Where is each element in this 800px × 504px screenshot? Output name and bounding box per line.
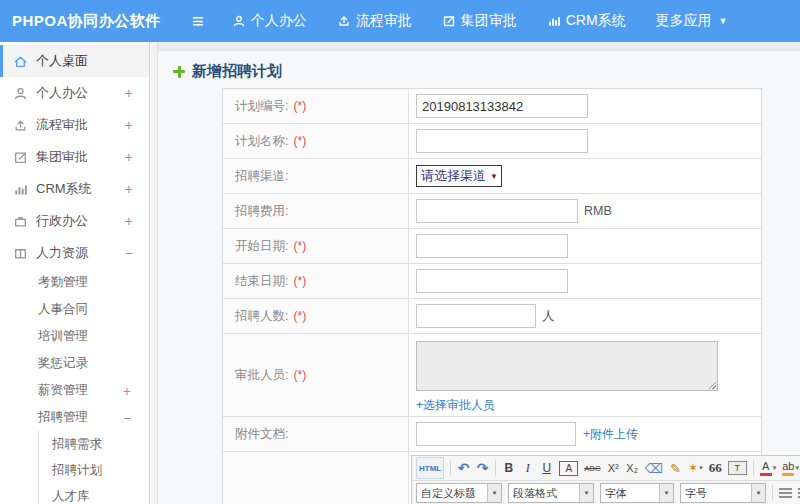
form-row-end-date: 结束日期: (*) xyxy=(223,264,761,299)
highlight-color-button[interactable]: ab ▾ xyxy=(782,459,799,477)
sidebar-item-recruit-mgmt[interactable]: 招聘管理 − xyxy=(0,404,149,431)
font-color-swatch xyxy=(760,473,772,476)
user-icon xyxy=(232,14,246,28)
bold-button[interactable]: B xyxy=(502,459,515,477)
top-menu-more-apps[interactable]: 更多应用 ▼ xyxy=(656,12,728,30)
plan-no-input[interactable] xyxy=(416,94,588,118)
sidebar-item-recruit-plan[interactable]: 招聘计划 xyxy=(39,457,149,483)
chevron-down-icon: ▾ xyxy=(487,484,501,502)
start-date-input[interactable] xyxy=(416,234,568,258)
top-menu-workflow-approval[interactable]: 流程审批 xyxy=(337,12,412,30)
subscript-button[interactable]: X₂ xyxy=(626,459,639,477)
expand-icon[interactable]: + xyxy=(125,181,133,197)
hamburger-menu-icon[interactable]: ≡ xyxy=(192,11,204,31)
superscript-button[interactable]: X² xyxy=(607,459,620,477)
sidebar: 个人桌面 个人办公 + 流程审批 + 集团审批 + CRM系统 + 行政办公 + xyxy=(0,42,150,504)
top-menu-group-approval[interactable]: 集团审批 xyxy=(442,12,517,30)
attachment-input[interactable] xyxy=(416,422,576,446)
sidebar-item-crm[interactable]: CRM系统 + xyxy=(0,173,149,205)
expand-icon[interactable]: + xyxy=(125,117,133,133)
sidebar-item-admin-office[interactable]: 行政办公 + xyxy=(0,205,149,237)
form-row-fee: 招聘费用: RMB xyxy=(223,194,761,229)
bar-chart-icon xyxy=(547,14,561,28)
sidebar-item-workflow-approval[interactable]: 流程审批 + xyxy=(0,109,149,141)
magic-wand-icon: ✶ xyxy=(688,461,698,475)
select-arrow-icon: ▼ xyxy=(490,172,498,181)
plan-no-label: 计划编号: xyxy=(235,98,288,115)
headcount-label: 招聘人数: xyxy=(235,308,288,325)
page-top-strip xyxy=(158,42,800,51)
book-icon xyxy=(13,246,28,261)
fee-input[interactable] xyxy=(416,199,578,223)
form-row-headcount: 招聘人数: (*) 人 xyxy=(223,299,761,334)
underline-button[interactable]: U xyxy=(540,459,553,477)
chevron-down-icon: ▼ xyxy=(719,16,728,26)
approvers-textarea[interactable] xyxy=(416,341,718,391)
paste-as-text-button[interactable]: T xyxy=(728,461,747,475)
custom-title-select[interactable]: 自定义标题 ▾ xyxy=(416,483,502,503)
expand-icon[interactable]: + xyxy=(125,149,133,165)
plan-name-label: 计划名称: xyxy=(235,133,288,150)
html-source-button[interactable]: HTML xyxy=(416,457,444,479)
required-mark: (*) xyxy=(293,309,306,323)
sidebar-item-rewards[interactable]: 奖惩记录 xyxy=(0,350,149,377)
font-border-button[interactable]: A xyxy=(559,461,578,476)
bar-chart-icon xyxy=(13,182,28,197)
expand-icon[interactable]: + xyxy=(125,85,133,101)
format-brush-icon[interactable]: ✎ xyxy=(669,459,682,477)
required-mark: (*) xyxy=(293,274,306,288)
required-mark: (*) xyxy=(293,134,306,148)
redo-icon[interactable]: ↷ xyxy=(476,459,489,477)
expand-icon[interactable]: + xyxy=(125,213,133,229)
chevron-down-icon: ▾ xyxy=(795,464,799,472)
attachment-upload-link[interactable]: +附件上传 xyxy=(583,426,638,443)
sidebar-item-salary[interactable]: 薪资管理 + xyxy=(0,377,149,404)
top-menu-crm[interactable]: CRM系统 xyxy=(547,12,626,30)
edit-icon xyxy=(442,14,456,28)
font-color-button[interactable]: A ▾ xyxy=(760,459,777,477)
recruit-plan-form: 计划编号: (*) 计划名称: (*) 招聘渠道: xyxy=(222,88,762,504)
sidebar-item-training[interactable]: 培训管理 xyxy=(0,323,149,350)
sidebar-item-hr[interactable]: 人力资源 − xyxy=(0,237,149,269)
editor-toolbar-row1: HTML ↶ ↷ B I U A ABC X² X₂ ⌫ xyxy=(412,456,800,481)
add-icon xyxy=(173,66,185,78)
align-left-icon[interactable] xyxy=(779,488,792,499)
blockquote-button[interactable]: 66 xyxy=(709,459,722,477)
submit-icon xyxy=(337,14,351,28)
page-title: 新增招聘计划 xyxy=(192,62,282,81)
sidebar-item-group-approval[interactable]: 集团审批 + xyxy=(0,141,149,173)
sidebar-item-talent-pool[interactable]: 人才库 xyxy=(39,483,149,504)
eraser-icon[interactable]: ⌫ xyxy=(645,459,663,477)
chevron-down-icon: ▾ xyxy=(751,484,765,502)
auto-typeset-button[interactable]: ✶ ▾ xyxy=(688,459,703,477)
fee-label: 招聘费用: xyxy=(235,203,288,220)
headcount-input[interactable] xyxy=(416,304,536,328)
sidebar-item-personal-office[interactable]: 个人办公 + xyxy=(0,77,149,109)
sidebar-item-hr-contract[interactable]: 人事合同 xyxy=(0,296,149,323)
paragraph-format-select[interactable]: 段落格式 ▾ xyxy=(508,483,594,503)
sidebar-item-recruit-demand[interactable]: 招聘需求 xyxy=(39,431,149,457)
italic-button[interactable]: I xyxy=(521,459,534,477)
sidebar-item-attendance[interactable]: 考勤管理 xyxy=(0,269,149,296)
top-menu-personal-office[interactable]: 个人办公 xyxy=(232,12,307,30)
undo-icon[interactable]: ↶ xyxy=(457,459,470,477)
collapse-icon[interactable]: − xyxy=(125,245,133,261)
required-mark: (*) xyxy=(293,99,306,113)
editor-toolbar-row2: 自定义标题 ▾ 段落格式 ▾ 字体 ▾ xyxy=(412,481,800,504)
collapse-icon[interactable]: − xyxy=(123,410,131,426)
strikethrough-button[interactable]: ABC xyxy=(584,459,600,477)
expand-icon[interactable]: + xyxy=(123,383,131,399)
select-approvers-link[interactable]: +选择审批人员 xyxy=(416,398,495,412)
required-mark: (*) xyxy=(293,368,306,382)
app-window: PHPOA协同办公软件 ≡ 个人办公 流程审批 集团审批 CRM系统 更多应用 … xyxy=(0,0,800,504)
channel-select[interactable]: 请选择渠道 ▼ xyxy=(416,165,502,187)
font-size-select[interactable]: 字号 ▾ xyxy=(680,483,766,503)
end-date-input[interactable] xyxy=(416,269,568,293)
plan-name-input[interactable] xyxy=(416,129,588,153)
sidebar-tree: 招聘需求 招聘计划 人才库 xyxy=(38,431,149,504)
form-row-channel: 招聘渠道: 请选择渠道 ▼ xyxy=(223,159,761,194)
sidebar-item-desktop[interactable]: 个人桌面 xyxy=(0,45,149,77)
page-header: 新增招聘计划 xyxy=(158,51,800,91)
font-family-select[interactable]: 字体 ▾ xyxy=(600,483,674,503)
resize-handle-icon[interactable] xyxy=(708,381,716,389)
